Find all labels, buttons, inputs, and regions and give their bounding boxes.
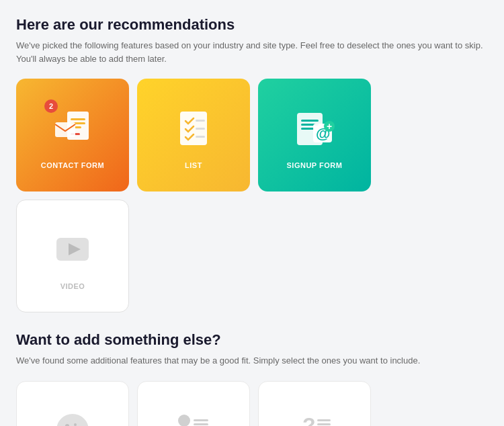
additional-heading: Want to add something else?	[16, 331, 488, 349]
svg-rect-38	[317, 423, 331, 425]
svg-rect-8	[196, 128, 205, 130]
signup-form-icon-area: @ +	[288, 101, 341, 155]
video-icon-area	[46, 222, 99, 275]
additional-cards-grid: COOKIE BANNER	[16, 381, 488, 427]
video-label: VIDEO	[60, 282, 85, 290]
signup-form-label: SIGNUP FORM	[287, 161, 343, 169]
card-chat[interactable]: CHAT	[137, 381, 250, 427]
signup-form-icon: @ +	[290, 103, 339, 152]
svg-point-22	[74, 423, 77, 426]
card-video[interactable]: VIDEO	[16, 200, 129, 312]
svg-rect-9	[196, 136, 205, 138]
svg-rect-37	[317, 419, 331, 421]
svg-text:+: +	[327, 121, 332, 132]
list-label: LIST	[185, 161, 202, 169]
list-icon-area	[167, 101, 220, 155]
faq-icon: ? !	[292, 407, 337, 427]
card-list[interactable]: LIST	[137, 79, 250, 191]
list-icon	[171, 105, 216, 151]
card-faq[interactable]: ? ! FAQ	[258, 381, 371, 427]
cookie-banner-icon-area	[46, 403, 99, 427]
svg-text:?: ?	[302, 413, 316, 427]
recommendations-heading: Here are our recommendations	[16, 16, 488, 34]
chat-icon-area	[167, 403, 220, 427]
video-icon	[50, 226, 95, 271]
recommendations-subtitle: We've picked the following features base…	[16, 39, 488, 65]
svg-point-20	[56, 414, 89, 427]
card-signup-form[interactable]: @ + SIGNUP FORM	[258, 79, 371, 191]
svg-point-27	[178, 415, 190, 427]
recommendations-section: Here are our recommendations We've picke…	[16, 16, 488, 312]
card-contact-form[interactable]: 2 CONTACT FORM	[16, 79, 129, 191]
recommendations-cards-grid: 2 CONTACT FORM	[16, 79, 488, 312]
svg-rect-29	[194, 419, 208, 421]
svg-rect-30	[194, 423, 208, 425]
svg-rect-11	[301, 120, 319, 122]
svg-rect-1	[71, 118, 85, 120]
additional-subtitle: We've found some additional features tha…	[16, 354, 488, 368]
svg-rect-13	[301, 128, 314, 130]
faq-icon-area: ? !	[288, 403, 341, 427]
contact-form-label: CONTACT FORM	[41, 161, 104, 169]
additional-section: Want to add something else? We've found …	[16, 331, 488, 426]
contact-form-icon-area: 2	[46, 101, 99, 155]
contact-form-badge: 2	[44, 99, 58, 113]
chat-icon	[169, 406, 218, 427]
svg-rect-7	[196, 120, 205, 122]
svg-rect-5	[55, 122, 75, 137]
cookie-banner-icon	[50, 407, 95, 427]
card-cookie-banner[interactable]: COOKIE BANNER	[16, 381, 129, 427]
